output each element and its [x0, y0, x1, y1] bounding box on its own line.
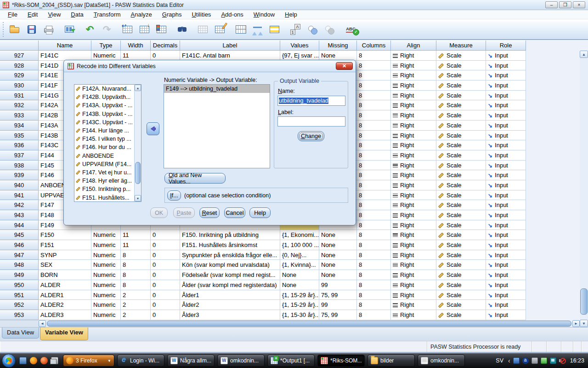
values-cell[interactable]: {1, Ekonomi...: [280, 230, 319, 240]
goto-variable-icon[interactable]: ↓: [137, 22, 152, 37]
missing-cell[interactable]: 99: [319, 280, 357, 290]
decimals-cell[interactable]: 0: [151, 250, 180, 260]
cancel-button[interactable]: Cancel: [224, 207, 245, 218]
print-icon[interactable]: [41, 22, 56, 37]
role-cell[interactable]: ↘Input: [486, 51, 526, 61]
menu-item[interactable]: Window: [249, 10, 280, 19]
align-cell[interactable]: Right: [391, 200, 436, 210]
start-button[interactable]: [2, 354, 16, 368]
firefox-icon[interactable]: [30, 357, 37, 364]
role-cell[interactable]: ↘Input: [486, 190, 526, 201]
role-cell[interactable]: ↘Input: [486, 240, 526, 250]
variable-list-item[interactable]: F143B. Uppväxt - ...: [74, 110, 141, 118]
row-number-cell[interactable]: 931: [0, 91, 39, 101]
measure-cell[interactable]: Scale: [436, 180, 486, 190]
columns-cell[interactable]: 8: [357, 200, 391, 210]
role-cell[interactable]: ↘Input: [486, 250, 526, 260]
align-cell[interactable]: Right: [391, 150, 436, 161]
missing-cell[interactable]: None: [319, 260, 357, 270]
tab-variable-view[interactable]: Variable View: [40, 328, 88, 340]
columns-cell[interactable]: 8: [357, 240, 391, 250]
type-cell[interactable]: Numeric: [91, 240, 121, 250]
find-icon[interactable]: [175, 22, 190, 37]
name-cell[interactable]: F150: [39, 230, 91, 240]
width-cell[interactable]: 11: [121, 240, 151, 250]
measure-cell[interactable]: Scale: [436, 300, 486, 310]
clock[interactable]: 16:23: [570, 357, 584, 364]
measure-cell[interactable]: Scale: [436, 110, 486, 121]
columns-cell[interactable]: 8: [357, 131, 391, 141]
numeric-output-list[interactable]: F149 --> utbildning_tvadelad: [164, 84, 270, 168]
measure-cell[interactable]: Scale: [436, 190, 486, 201]
label-cell[interactable]: Födelseår (svar kompl med regist...: [180, 270, 280, 280]
label-input[interactable]: [277, 116, 345, 126]
values-cell[interactable]: {1, 100 000 ...: [280, 240, 319, 250]
variable-list-item[interactable]: F142B. Uppväxth...: [74, 93, 141, 101]
measure-cell[interactable]: Scale: [436, 200, 486, 210]
decimals-cell[interactable]: 0: [151, 270, 180, 280]
measure-cell[interactable]: Scale: [436, 161, 486, 171]
vertical-scroll-track[interactable]: [580, 58, 588, 320]
row-number-cell[interactable]: 953: [0, 310, 39, 320]
restore-button[interactable]: ❒: [559, 1, 571, 8]
decimals-cell[interactable]: 0: [151, 51, 180, 61]
measure-cell[interactable]: Scale: [436, 91, 486, 101]
source-variable-list[interactable]: F142A. Nuvarand... F142B. Uppväxth... F1…: [74, 84, 141, 202]
type-cell[interactable]: Numeric: [91, 250, 121, 260]
undo-icon[interactable]: ↶: [82, 22, 97, 37]
values-cell[interactable]: {1, Kvinna}...: [280, 260, 319, 270]
columns-cell[interactable]: 8: [357, 140, 391, 150]
missing-cell[interactable]: None: [319, 250, 357, 260]
columns-cell[interactable]: 8: [357, 150, 391, 161]
taskbar-button[interactable]: *Riks-SOM... ▼: [317, 355, 365, 367]
label-cell[interactable]: Ålder2: [180, 300, 280, 310]
name-cell[interactable]: ALDER1: [39, 290, 91, 300]
row-number-cell[interactable]: 940: [0, 180, 39, 190]
row-number-cell[interactable]: 927: [0, 51, 39, 61]
type-cell[interactable]: Numeric: [91, 280, 121, 290]
reset-button[interactable]: Reset: [199, 207, 220, 218]
old-and-new-values-button[interactable]: Old and New Values...: [164, 173, 226, 184]
role-cell[interactable]: ↘Input: [486, 300, 526, 310]
application-a-icon[interactable]: [522, 357, 529, 364]
horizontal-scroll-thumb[interactable]: [47, 321, 571, 327]
align-cell[interactable]: Right: [391, 280, 436, 290]
change-button[interactable]: Change: [298, 131, 324, 141]
decimals-cell[interactable]: 0: [151, 300, 180, 310]
split-file-icon[interactable]: [233, 22, 248, 37]
columns-cell[interactable]: 8: [357, 210, 391, 220]
label-cell[interactable]: F151. Hushållets årsinkomst: [180, 240, 280, 250]
missing-cell[interactable]: None: [319, 51, 357, 61]
align-cell[interactable]: Right: [391, 110, 436, 121]
tab-data-view[interactable]: Data View: [2, 328, 39, 339]
role-cell[interactable]: ↘Input: [486, 61, 526, 71]
type-cell[interactable]: Numeric: [91, 260, 121, 270]
align-cell[interactable]: Right: [391, 240, 436, 250]
missing-cell[interactable]: None: [319, 230, 357, 240]
row-number-cell[interactable]: 939: [0, 170, 39, 180]
minimize-button[interactable]: –: [545, 1, 558, 8]
name-cell[interactable]: SEX: [39, 260, 91, 270]
role-cell[interactable]: ↘Input: [486, 260, 526, 270]
measure-cell[interactable]: Scale: [436, 150, 486, 161]
role-cell[interactable]: ↘Input: [486, 131, 526, 141]
columns-cell[interactable]: 8: [357, 110, 391, 121]
dialog-close-icon[interactable]: ✕: [336, 62, 353, 70]
row-number-cell[interactable]: 943: [0, 210, 39, 220]
value-labels-icon[interactable]: [288, 22, 303, 37]
columns-cell[interactable]: 8: [357, 270, 391, 280]
row-number-cell[interactable]: 928: [0, 61, 39, 71]
variable-list-scrollbar[interactable]: ▲ ▼: [134, 85, 141, 201]
scroll-down-icon[interactable]: ▼: [580, 320, 588, 327]
type-cell[interactable]: Numeric: [91, 270, 121, 280]
align-cell[interactable]: Right: [391, 51, 436, 61]
name-cell[interactable]: ALDER: [39, 280, 91, 290]
role-cell[interactable]: ↘Input: [486, 121, 526, 131]
row-number-cell[interactable]: 937: [0, 150, 39, 161]
scroll-down-icon[interactable]: ▼: [135, 195, 141, 201]
open-data-icon[interactable]: [7, 22, 22, 37]
values-cell[interactable]: {1, 15-30 år}...: [280, 310, 319, 320]
width-cell[interactable]: 2: [121, 300, 151, 310]
measure-cell[interactable]: Scale: [436, 260, 486, 270]
align-cell[interactable]: Right: [391, 300, 436, 310]
